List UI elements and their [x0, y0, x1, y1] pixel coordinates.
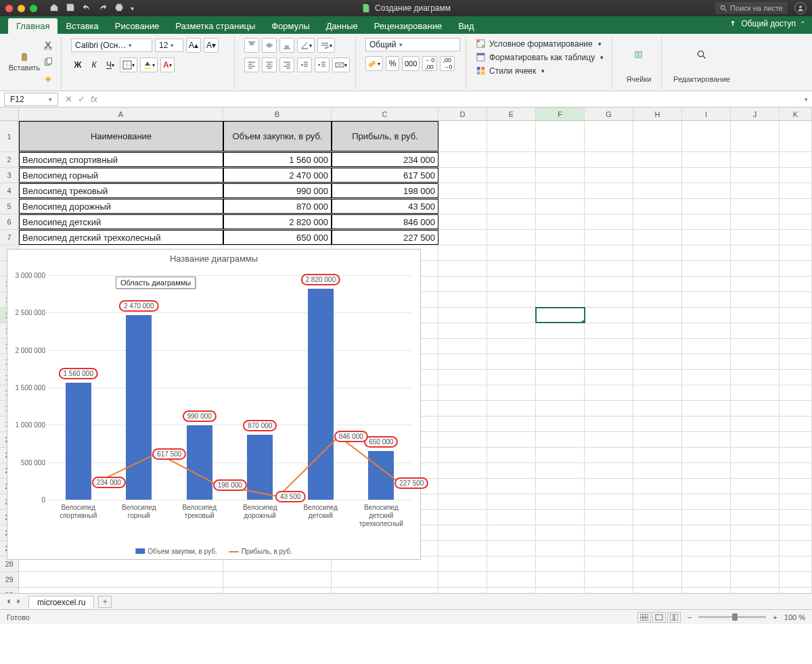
cell-H21[interactable]	[633, 448, 682, 463]
ribbon-tab-Вставка[interactable]: Вставка	[58, 18, 106, 34]
cell-H28[interactable]	[633, 556, 682, 571]
cell-E18[interactable]	[487, 401, 536, 416]
cell-F18[interactable]	[536, 401, 585, 416]
cell-D9[interactable]	[438, 261, 487, 276]
cell-G16[interactable]	[585, 370, 633, 385]
line-data-label[interactable]: 234 000	[92, 477, 126, 488]
row-header-6[interactable]: 6	[0, 214, 19, 230]
cell-D14[interactable]	[438, 339, 487, 354]
wrap-text-icon[interactable]: ▾	[317, 38, 335, 53]
formula-input[interactable]	[104, 93, 805, 106]
sheet-nav-prev-icon[interactable]	[5, 597, 12, 607]
cell-H26[interactable]	[633, 525, 682, 540]
cell-H8[interactable]	[633, 245, 682, 260]
cell-E17[interactable]	[487, 385, 536, 400]
cell-J12[interactable]	[731, 308, 780, 323]
cell-G5[interactable]	[585, 199, 633, 214]
save-icon[interactable]	[66, 3, 75, 14]
close-window[interactable]	[5, 5, 13, 12]
cell-I23[interactable]	[682, 479, 731, 494]
cell-H10[interactable]	[633, 277, 682, 291]
cell-I3[interactable]	[682, 168, 731, 183]
cell-E8[interactable]	[487, 245, 536, 260]
cell-E1[interactable]	[487, 121, 536, 151]
cell-G8[interactable]	[585, 245, 633, 260]
cell-K30[interactable]	[780, 588, 812, 593]
cell-J25[interactable]	[731, 510, 780, 525]
editing-button[interactable]	[671, 38, 732, 72]
home-icon[interactable]	[49, 3, 59, 14]
col-header-C[interactable]: C	[332, 108, 438, 120]
cell-C30[interactable]	[332, 588, 438, 593]
zoom-in-button[interactable]: +	[773, 613, 777, 621]
cell-G28[interactable]	[585, 556, 633, 571]
cell-I16[interactable]	[682, 370, 731, 385]
cell-D17[interactable]	[438, 385, 487, 400]
cell-G10[interactable]	[585, 277, 633, 291]
cell-H2[interactable]	[633, 152, 682, 167]
cell-K20[interactable]	[780, 432, 812, 447]
cell-B6[interactable]: 2 820 000	[223, 214, 332, 229]
plot-area[interactable]: 0500 0001 000 0001 500 0002 000 0002 500…	[48, 275, 411, 500]
cell-F27[interactable]	[536, 541, 585, 556]
cell-K19[interactable]	[780, 417, 812, 431]
cell-J19[interactable]	[731, 417, 780, 431]
cell-styles-button[interactable]: Стили ячеек▾	[476, 65, 606, 76]
cell-J11[interactable]	[731, 292, 780, 307]
cell-J10[interactable]	[731, 277, 780, 291]
cell-A2[interactable]: Велосипед спортивный	[19, 152, 223, 167]
align-middle-icon[interactable]	[262, 38, 277, 53]
fx-icon[interactable]: fx	[91, 94, 97, 104]
line-data-label[interactable]: 43 500	[275, 491, 306, 502]
cell-D7[interactable]	[438, 230, 487, 245]
cell-I2[interactable]	[682, 152, 731, 167]
cell-K11[interactable]	[780, 292, 812, 307]
cell-G23[interactable]	[585, 479, 633, 494]
cell-G26[interactable]	[585, 525, 633, 540]
cell-H27[interactable]	[633, 541, 682, 556]
cell-G30[interactable]	[585, 588, 633, 593]
borders-icon[interactable]: ▾	[120, 57, 137, 72]
cell-A5[interactable]: Велосипед дорожный	[19, 199, 223, 214]
cell-H14[interactable]	[633, 339, 682, 354]
cell-C1[interactable]: Прибыль, в руб.	[332, 121, 438, 151]
cell-E10[interactable]	[487, 277, 536, 291]
cell-J9[interactable]	[731, 261, 780, 276]
cell-D5[interactable]	[438, 199, 487, 214]
zoom-level[interactable]: 100 %	[784, 613, 805, 621]
cell-H12[interactable]	[633, 308, 682, 323]
cell-I24[interactable]	[682, 494, 731, 509]
format-as-table-button[interactable]: Форматировать как таблицу▾	[476, 51, 606, 63]
cell-E28[interactable]	[487, 556, 536, 571]
cell-D22[interactable]	[438, 463, 487, 478]
undo-icon[interactable]	[82, 3, 91, 14]
cell-E27[interactable]	[487, 541, 536, 556]
underline-button[interactable]: Ч▾	[104, 57, 117, 72]
cell-J1[interactable]	[731, 121, 780, 151]
print-icon[interactable]	[114, 3, 124, 14]
cell-I29[interactable]	[682, 572, 731, 587]
cell-I9[interactable]	[682, 261, 731, 276]
cell-D29[interactable]	[438, 572, 487, 587]
align-center-icon[interactable]	[262, 57, 277, 72]
increase-decimal-icon[interactable]: ←0,00	[422, 56, 437, 71]
cell-J26[interactable]	[731, 525, 780, 540]
accept-formula-icon[interactable]: ✓	[78, 94, 85, 104]
cell-D2[interactable]	[438, 152, 487, 167]
col-header-I[interactable]: I	[682, 108, 731, 120]
cell-F17[interactable]	[536, 385, 585, 400]
name-box[interactable]: F12▾	[4, 93, 58, 106]
col-header-B[interactable]: B	[223, 108, 332, 120]
cell-C7[interactable]: 227 500	[332, 230, 438, 245]
cell-E26[interactable]	[487, 525, 536, 540]
cell-G18[interactable]	[585, 401, 633, 416]
cell-K28[interactable]	[780, 556, 812, 571]
cell-D20[interactable]	[438, 432, 487, 447]
cell-G22[interactable]	[585, 463, 633, 478]
cell-A29[interactable]	[19, 572, 223, 587]
share-button[interactable]: Общий доступ ⌃	[729, 19, 805, 28]
cell-D11[interactable]	[438, 292, 487, 307]
cell-E14[interactable]	[487, 339, 536, 354]
cell-G9[interactable]	[585, 261, 633, 276]
cell-B4[interactable]: 990 000	[223, 183, 332, 198]
